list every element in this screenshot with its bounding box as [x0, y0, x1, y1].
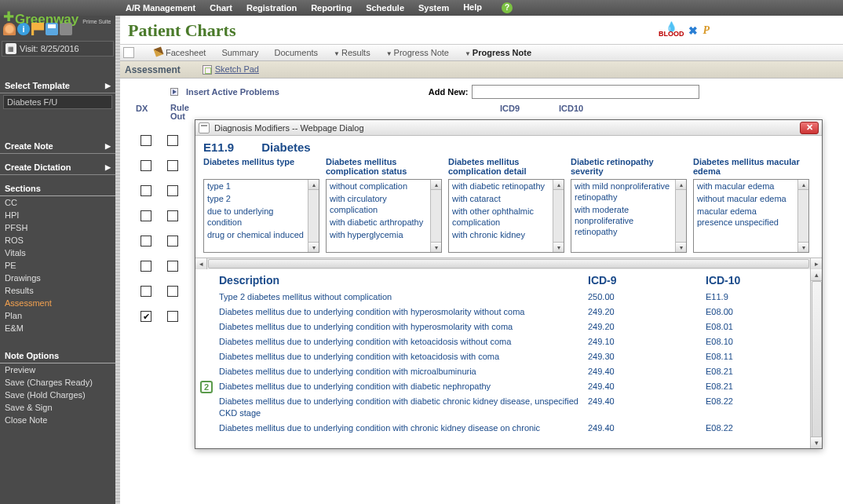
tab-results[interactable]: ▼Results: [334, 48, 370, 57]
modifier-option[interactable]: macular edema presence unspecified: [694, 205, 797, 228]
modifier-option[interactable]: with mild nonproliferative retinopathy: [571, 180, 675, 203]
note-option-save-hold-charges-[interactable]: Save (Hold Charges): [0, 389, 115, 401]
x-icon[interactable]: ✖: [688, 24, 698, 38]
note-option-close-note[interactable]: Close Note: [0, 414, 115, 426]
modifier-option[interactable]: due to underlying condition: [204, 205, 308, 228]
sidebar-section-ros[interactable]: ROS: [0, 234, 115, 247]
modifier-listbox[interactable]: with mild nonproliferative retinopathywi…: [571, 179, 687, 253]
sidebar-section-cc[interactable]: CC: [0, 196, 115, 209]
scroll-left-button[interactable]: ◂: [195, 258, 207, 269]
modifier-listbox[interactable]: with macular edemawithout macular edemam…: [693, 179, 809, 253]
modifier-option[interactable]: type 2: [204, 192, 308, 205]
dx-checkbox[interactable]: [140, 261, 151, 272]
result-row[interactable]: Diabetes mellitus due to underlying cond…: [195, 421, 822, 436]
template-dropdown[interactable]: Diabetes F/U: [3, 95, 112, 109]
scroll-down-button[interactable]: ▾: [811, 436, 822, 448]
listbox-scrollbar[interactable]: ▴▾: [797, 180, 808, 252]
sidebar-section-plan[interactable]: Plan: [0, 309, 115, 322]
select-template-header[interactable]: Select Template▶: [0, 79, 115, 93]
dx-checkbox[interactable]: [140, 236, 151, 247]
tab-summary[interactable]: Summary: [221, 48, 258, 57]
modifier-option[interactable]: drug or chemical induced: [204, 228, 308, 241]
modifier-option[interactable]: with moderate nonproliferative retinopat…: [571, 203, 675, 238]
listbox-scrollbar[interactable]: ▴▾: [675, 180, 686, 252]
sidebar-section-hpi[interactable]: HPI: [0, 209, 115, 221]
tab-documents[interactable]: Documents: [274, 48, 318, 57]
menu-help[interactable]: Help ?: [463, 2, 527, 13]
note-option-preview[interactable]: Preview: [0, 363, 115, 376]
menu-registration[interactable]: Registration: [246, 3, 297, 13]
scroll-thumb[interactable]: [812, 281, 822, 448]
menu-reporting[interactable]: Reporting: [311, 3, 352, 13]
scroll-down-button[interactable]: ▾: [553, 242, 564, 252]
menu-schedule[interactable]: Schedule: [366, 3, 404, 13]
menu-chart[interactable]: Chart: [210, 3, 232, 13]
scroll-down-button[interactable]: ▾: [798, 242, 808, 252]
dx-checkbox[interactable]: [140, 286, 151, 297]
play-icon[interactable]: [170, 88, 178, 96]
dx-checkbox[interactable]: [140, 311, 151, 322]
document-icon[interactable]: [123, 47, 134, 58]
note-option-save-sign[interactable]: Save & Sign: [0, 401, 115, 414]
scroll-up-button[interactable]: ▴: [798, 180, 808, 190]
blood-icon[interactable]: BLOOD: [659, 24, 684, 38]
dx-checkbox[interactable]: [140, 210, 151, 221]
modifier-listbox[interactable]: with diabetic retinopathywith cataractwi…: [448, 179, 564, 253]
create-note-header[interactable]: Create Note▶: [0, 139, 115, 154]
menu-system[interactable]: System: [418, 3, 449, 13]
ruleout-checkbox[interactable]: [167, 210, 178, 221]
ruleout-checkbox[interactable]: [167, 286, 178, 297]
modifier-option[interactable]: with other ophthalmic complication: [449, 205, 553, 228]
result-row[interactable]: Diabetes mellitus due to underlying cond…: [195, 394, 822, 421]
close-button[interactable]: ✕: [800, 122, 819, 134]
modifier-option[interactable]: with diabetic arthropathy: [327, 216, 430, 228]
dialog-horizontal-scrollbar[interactable]: ◂ ▸: [195, 257, 822, 269]
scroll-up-button[interactable]: ▴: [308, 180, 319, 190]
scroll-up-button[interactable]: ▴: [676, 180, 686, 190]
result-row[interactable]: Diabetes mellitus due to underlying cond…: [195, 334, 822, 349]
ruleout-checkbox[interactable]: [167, 160, 178, 171]
dx-checkbox[interactable]: [140, 135, 151, 146]
result-row[interactable]: 2Diabetes mellitus due to underlying con…: [195, 379, 822, 394]
ruleout-checkbox[interactable]: [167, 135, 178, 146]
modifier-option[interactable]: with cataract: [449, 192, 553, 205]
ruleout-checkbox[interactable]: [167, 261, 178, 272]
sidebar-section-pe[interactable]: PE: [0, 259, 115, 272]
modifier-option[interactable]: with circulatory complication: [327, 192, 430, 216]
result-row[interactable]: Diabetes mellitus due to underlying cond…: [195, 305, 822, 320]
add-new-input[interactable]: [472, 85, 699, 99]
sidebar-section-pfsh[interactable]: PFSH: [0, 221, 115, 234]
save-icon[interactable]: [46, 23, 58, 35]
scroll-up-button[interactable]: ▴: [553, 180, 564, 190]
scroll-right-button[interactable]: ▸: [810, 258, 822, 269]
dx-checkbox[interactable]: [140, 160, 151, 171]
scroll-down-button[interactable]: ▾: [431, 242, 441, 252]
scroll-thumb[interactable]: [208, 259, 809, 268]
result-row[interactable]: Diabetes mellitus due to underlying cond…: [195, 320, 822, 334]
help-icon[interactable]: ?: [502, 2, 513, 13]
dx-checkbox[interactable]: [140, 185, 151, 196]
menu-ar[interactable]: A/R Management: [126, 3, 195, 13]
sidebar-section-assessment[interactable]: Assessment: [0, 297, 115, 309]
scroll-down-button[interactable]: ▾: [676, 242, 686, 252]
modifier-option[interactable]: with chronic kidney: [449, 228, 553, 241]
sidebar-section-results[interactable]: Results: [0, 284, 115, 297]
listbox-scrollbar[interactable]: ▴▾: [430, 180, 441, 252]
ruleout-checkbox[interactable]: [167, 185, 178, 196]
sketch-pad-link[interactable]: Sketch Pad: [203, 64, 259, 75]
result-row[interactable]: Diabetes mellitus due to underlying cond…: [195, 364, 822, 379]
scroll-up-button[interactable]: ▴: [811, 269, 822, 281]
result-row[interactable]: Diabetes mellitus due to underlying cond…: [195, 349, 822, 364]
modifier-option[interactable]: with macular edema: [694, 180, 797, 192]
modifier-option[interactable]: with hyperglycemia: [327, 228, 430, 241]
modifier-listbox[interactable]: type 1type 2due to underlying conditiond…: [203, 179, 319, 253]
modifier-option[interactable]: without complication: [327, 180, 430, 192]
modifier-listbox[interactable]: without complicationwith circulatory com…: [326, 179, 442, 253]
scroll-down-button[interactable]: ▾: [308, 242, 319, 252]
sidebar-section-e&m[interactable]: E&M: [0, 322, 115, 334]
modifier-option[interactable]: with diabetic retinopathy: [449, 180, 553, 192]
flag-icon[interactable]: [31, 23, 44, 35]
ruleout-checkbox[interactable]: [167, 311, 178, 322]
create-dictation-header[interactable]: Create Dictation▶: [0, 160, 115, 175]
result-row[interactable]: Type 2 diabetes mellitus without complic…: [195, 290, 822, 305]
